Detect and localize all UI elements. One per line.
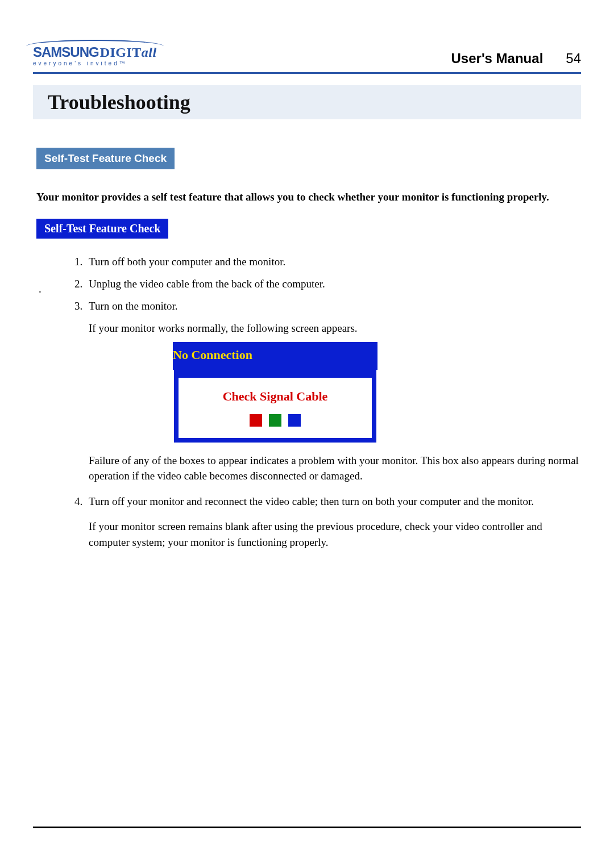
self-test-screen: No Connection Check Signal Cable	[174, 347, 376, 442]
blue-square-icon	[288, 414, 301, 427]
steps-list: Turn off both your computer and the moni…	[85, 253, 581, 550]
step-2: Unplug the video cable from the back of …	[85, 276, 581, 292]
page-number: 54	[566, 51, 581, 66]
green-square-icon	[269, 414, 281, 427]
step-4-note: If your monitor screen remains blank aft…	[89, 519, 581, 550]
step-3-note: If your monitor works normally, the foll…	[89, 320, 581, 337]
brand-logo: SAMSUNG DIGITall everyone's invited™	[33, 45, 157, 66]
subheading: Self-Test Feature Check	[36, 219, 168, 239]
step-3: Turn on the monitor. If your monitor wor…	[85, 298, 581, 483]
screen-title: No Connection	[173, 342, 377, 369]
page-header: SAMSUNG DIGITall everyone's invited™ Use…	[33, 45, 581, 66]
red-square-icon	[250, 414, 262, 427]
intro-paragraph: Your monitor provides a self test featur…	[36, 190, 578, 205]
stray-period: .	[39, 283, 42, 295]
rgb-indicator-row	[184, 414, 366, 427]
step-4: Turn off your monitor and reconnect the …	[85, 493, 581, 550]
bottom-divider	[33, 827, 581, 828]
screen-subtitle: Check Signal Cable	[184, 387, 366, 406]
title-bar: Troubleshooting	[33, 85, 581, 119]
step-3-text: Turn on the monitor.	[89, 300, 178, 312]
step-1: Turn off both your computer and the moni…	[85, 253, 581, 270]
section-tab: Self-Test Feature Check	[36, 148, 175, 169]
page-title: Troubleshooting	[48, 90, 190, 114]
step-3-failure-note: Failure of any of the boxes to appear in…	[89, 453, 581, 484]
step-4-text: Turn off your monitor and reconnect the …	[89, 495, 534, 507]
manual-title: User's Manual	[451, 51, 544, 66]
logo-tagline: everyone's invited™	[33, 61, 127, 66]
header-divider	[33, 72, 581, 74]
